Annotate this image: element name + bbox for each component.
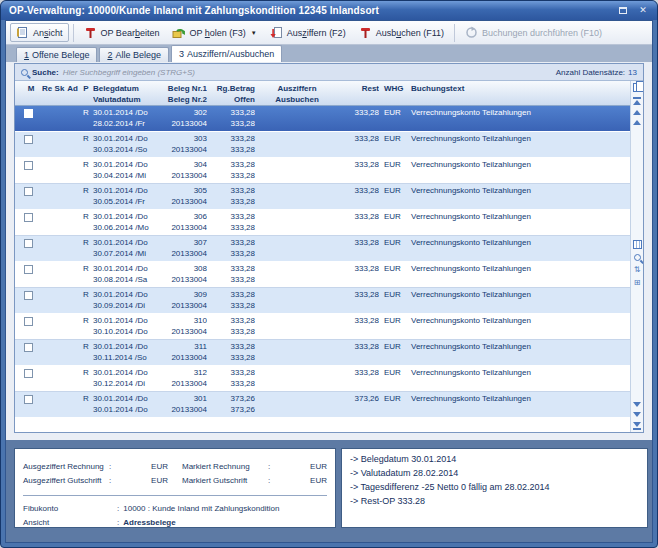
col-ad[interactable]: Ad — [66, 81, 79, 94]
search-placeholder[interactable]: Hier Suchbegriff eingeben (STRG+S) — [63, 68, 195, 77]
col-belegdatum[interactable]: BelegdatumValutadatum — [93, 81, 161, 105]
col-ausziffern[interactable]: AusziffernAusbuchen — [255, 81, 339, 105]
tab-offene-belege[interactable]: 1Offene Belege — [16, 47, 97, 62]
col-beleg-nr[interactable]: Beleg Nr.1Beleg Nr.2 — [161, 81, 207, 105]
window-title: OP-Verwaltung: 10000/Kunde Inland mit Za… — [9, 5, 379, 16]
close-button[interactable]: ✕ — [636, 5, 650, 17]
ansicht-button[interactable]: Ansicht — [10, 23, 69, 42]
row-checkbox[interactable] — [24, 291, 33, 300]
ausgeziffert-rechnung-label: Ausgeziffert Rechnung — [23, 460, 109, 474]
columns-icon[interactable] — [633, 240, 642, 249]
toolbar: Ansicht OP Bearbeiten OP holen (F3) ▼ — [6, 21, 652, 45]
panel-divider — [23, 495, 327, 496]
ausgeziffert-gutschrift-label: Ausgeziffert Gutschrift — [23, 474, 109, 488]
info-line: -> Valutadatum 28.02.2014 — [350, 466, 639, 480]
tab-alle-belege[interactable]: 2Alle Belege — [99, 47, 169, 62]
hammer-icon — [359, 26, 372, 39]
op-bearbeiten-button[interactable]: OP Bearbeiten — [78, 23, 166, 42]
ansicht-value: Adressbelege — [123, 516, 175, 530]
row-checkbox[interactable] — [24, 213, 33, 222]
table-row[interactable]: R 30.01.2014 /Do30.11.2014 /So 311201330… — [15, 340, 630, 366]
info-line: -> Rest-OP 333.28 — [350, 494, 639, 508]
buchungen-durchfuehren-button: Buchungen durchführen (F10) — [459, 23, 608, 42]
process-icon — [465, 26, 478, 39]
fetch-icon — [172, 26, 185, 39]
col-sk[interactable]: Sk — [53, 81, 66, 94]
table-row[interactable]: R 30.01.2014 /Do30.04.2014 /Mi 304201330… — [15, 158, 630, 184]
currency-label: EUR — [301, 460, 327, 474]
tab-ausziffern-ausbuchen[interactable]: 3Ausziffern/Ausbuchen — [171, 45, 282, 62]
export-icon[interactable]: ⊞ — [634, 279, 641, 287]
line-down-icon[interactable] — [633, 402, 641, 407]
bottom-section: Ausgeziffert Rechnung : EUR Markiert Rec… — [6, 440, 652, 542]
col-whg[interactable]: WHG — [379, 81, 409, 94]
table-scroll-strip: ⇅ ⊞ — [630, 81, 643, 432]
col-m[interactable]: M — [21, 81, 41, 94]
titlebar: OP-Verwaltung: 10000/Kunde Inland mit Za… — [1, 1, 657, 20]
table-row[interactable]: R 30.01.2014 /Do30.10.2014 /Do 310201330… — [15, 314, 630, 340]
row-checkbox[interactable] — [24, 161, 33, 170]
col-rest[interactable]: Rest — [339, 81, 379, 94]
table-header[interactable]: M Re Sk Ad P BelegdatumValutadatum Beleg… — [15, 81, 630, 106]
row-checkbox[interactable] — [24, 395, 33, 404]
markiert-rechnung-label: Markiert Rechnung — [182, 460, 268, 474]
col-rg-betrag[interactable]: Rg.BetragOffen — [207, 81, 255, 105]
table-row[interactable]: R 30.01.2014 /Do30.08.2014 /Sa 308201330… — [15, 262, 630, 288]
table-row[interactable]: R 30.01.2014 /Do30.12.2014 /Di 312201330… — [15, 366, 630, 392]
table-row[interactable]: R 30.01.2014 /Do28.02.2014 /Fr 302201330… — [15, 106, 630, 132]
search-label: Suche: — [32, 68, 59, 77]
close-icon: ✕ — [639, 6, 647, 15]
op-holen-button[interactable]: OP holen (F3) ▼ — [166, 23, 262, 42]
ausziffern-button[interactable]: Ausziffern (F2) — [264, 23, 352, 42]
markiert-rechnung-value — [280, 460, 301, 474]
scroll-bottom-icon[interactable] — [633, 422, 641, 430]
table-row[interactable]: R 30.01.2014 /Do30.07.2014 /Mi 307201330… — [15, 236, 630, 262]
ausgeziffert-gutschrift-value — [121, 474, 142, 488]
markiert-gutschrift-label: Markiert Gutschrift — [182, 474, 268, 488]
col-buchungstext[interactable]: Buchungstext — [409, 81, 630, 94]
ansicht-label: Ansicht — [23, 516, 117, 530]
row-checkbox[interactable] — [24, 135, 33, 144]
table-row[interactable]: R 30.01.2014 /Do30.06.2014 /Mo 306201330… — [15, 210, 630, 236]
ausbuchen-button[interactable]: Ausbuchen (F11) — [353, 23, 450, 42]
search-icon — [21, 69, 28, 76]
table-row[interactable]: R 30.01.2014 /Do30.03.2014 /So 303201330… — [15, 132, 630, 158]
sort-icon[interactable]: ⇅ — [634, 266, 641, 274]
toolbar-separator — [73, 24, 74, 42]
table-row[interactable]: R 30.01.2014 /Do30.05.2014 /Fr 305201330… — [15, 184, 630, 210]
copy-icon[interactable] — [633, 83, 641, 92]
row-checkbox[interactable] — [24, 343, 33, 352]
dropdown-caret-icon[interactable]: ▼ — [251, 30, 257, 36]
markiert-gutschrift-value — [280, 474, 301, 488]
restore-icon — [619, 7, 627, 14]
table-body: R 30.01.2014 /Do28.02.2014 /Fr 302201330… — [15, 106, 630, 432]
row-checkbox[interactable] — [24, 187, 33, 196]
zoom-search-icon[interactable] — [634, 254, 641, 261]
col-p[interactable]: P — [79, 81, 93, 94]
currency-label: EUR — [142, 474, 168, 488]
line-up-icon[interactable] — [633, 120, 641, 125]
page-down-icon[interactable] — [633, 412, 641, 417]
app-window: OP-Verwaltung: 10000/Kunde Inland mit Za… — [0, 0, 658, 548]
table-row[interactable]: R 30.01.2014 /Do30.01.2014 /Do 301201330… — [15, 392, 630, 418]
row-checkbox[interactable] — [24, 369, 33, 378]
restore-button[interactable] — [616, 5, 630, 17]
row-checkbox[interactable] — [24, 239, 33, 248]
fibukonto-label: Fibukonto — [23, 502, 117, 516]
ausgeziffert-rechnung-value — [121, 460, 142, 474]
table-row[interactable]: R 30.01.2014 /Do30.09.2014 /Di 309201330… — [15, 288, 630, 314]
row-checkbox[interactable] — [24, 109, 33, 118]
document-icon — [16, 26, 29, 39]
page-up-icon[interactable] — [633, 110, 641, 115]
scroll-top-icon[interactable] — [633, 97, 641, 105]
record-count: Anzahl Datensätze:13 — [556, 68, 637, 77]
currency-label: EUR — [142, 460, 168, 474]
info-line: -> Belegdatum 30.01.2014 — [350, 452, 639, 466]
search-bar[interactable]: Suche: Hier Suchbegriff eingeben (STRG+S… — [15, 64, 643, 81]
row-checkbox[interactable] — [24, 317, 33, 326]
detail-info-panel: -> Belegdatum 30.01.2014 -> Valutadatum … — [341, 448, 648, 528]
fibukonto-value: 10000 : Kunde Inland mit Zahlungskonditi… — [123, 502, 279, 516]
tabbar: 1Offene Belege 2Alle Belege 3Ausziffern/… — [6, 45, 652, 62]
row-checkbox[interactable] — [24, 265, 33, 274]
col-re[interactable]: Re — [41, 81, 53, 94]
